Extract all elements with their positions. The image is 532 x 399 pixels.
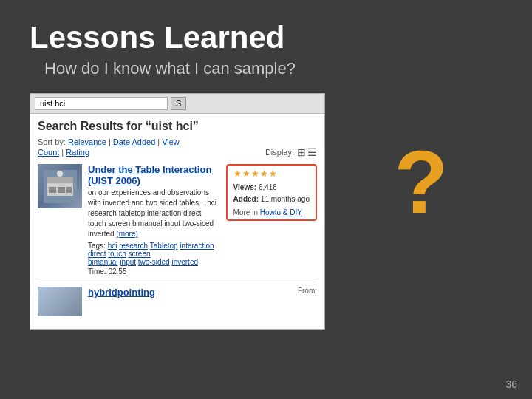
- sort-view[interactable]: View: [162, 137, 180, 146]
- result-title-1[interactable]: Under the Table Interaction (UIST 2006): [88, 164, 220, 186]
- display-label: Display:: [265, 148, 294, 157]
- title-section: Lessons Learned How do I know what I can…: [0, 0, 532, 86]
- question-mark: ?: [394, 137, 448, 226]
- result-stars-1: ★★★★★: [233, 168, 310, 179]
- tag-screen[interactable]: screen: [128, 250, 150, 258]
- right-content: ?: [340, 93, 502, 226]
- browser-search-input[interactable]: [35, 97, 168, 110]
- tag-inverted[interactable]: inverted: [171, 258, 198, 266]
- tag-bimanual[interactable]: bimanual: [88, 258, 118, 266]
- sort-rating[interactable]: Rating: [66, 148, 89, 157]
- result-right-col-1: ★★★★★ Views: 6,418 Added: 11 months ago …: [226, 164, 317, 276]
- tag-research[interactable]: research: [119, 242, 148, 250]
- slide-number: 36: [505, 378, 517, 390]
- subtitle: How do I know what I can sample?: [44, 59, 502, 78]
- svg-point-6: [57, 171, 63, 177]
- browser-search-button[interactable]: S: [171, 97, 186, 110]
- main-title: Lessons Learned: [30, 21, 502, 55]
- svg-rect-3: [49, 187, 56, 193]
- results-heading: Search Results for “uist hci”: [38, 120, 317, 133]
- result-thumbnail-1: [38, 164, 82, 208]
- sort-count[interactable]: Count: [38, 148, 59, 157]
- sort-relevance[interactable]: Relevance: [68, 137, 106, 146]
- result-desc-1: on our experiences and observations with…: [88, 188, 220, 239]
- sort-label: Sort by:: [38, 137, 66, 146]
- sort-bar: Sort by: Relevance | Date Added | View C…: [38, 137, 317, 158]
- tag-tabletop[interactable]: Tabletop: [150, 242, 178, 250]
- screenshot: S Search Results for “uist hci” Sort by:…: [30, 93, 325, 330]
- display-area: Display: ⊞ ☰: [265, 146, 317, 158]
- result-stats-1: ★★★★★ Views: 6,418 Added: 11 months ago …: [226, 164, 317, 221]
- browser-bar: S: [30, 94, 324, 114]
- result-item-1: Under the Table Interaction (UIST 2006) …: [38, 164, 317, 276]
- result-thumbnail-2: [38, 287, 82, 316]
- display-grid-icon[interactable]: ⊞: [297, 146, 306, 158]
- svg-rect-2: [47, 177, 73, 183]
- thumb-image-1: [38, 164, 82, 208]
- added-stat: Added: 11 months ago: [233, 194, 310, 205]
- display-list-icon[interactable]: ☰: [307, 146, 317, 158]
- content-area: S Search Results for “uist hci” Sort by:…: [0, 86, 532, 337]
- result-tags-1: Tags: hci research Tabletop interaction …: [88, 242, 220, 266]
- result-time-1: Time: 02:55: [88, 267, 220, 276]
- sort-date-added[interactable]: Date Added: [113, 137, 156, 146]
- result-content-1: Under the Table Interaction (UIST 2006) …: [88, 164, 220, 276]
- tag-interaction[interactable]: interaction: [180, 242, 214, 250]
- result-from-2: From:: [298, 287, 317, 316]
- tag-hci[interactable]: hci: [108, 242, 117, 250]
- result-title-2[interactable]: hybridpointing: [88, 287, 292, 298]
- tag-input[interactable]: input: [120, 258, 136, 266]
- more-in-link-1[interactable]: Howto & DIY: [260, 208, 302, 216]
- more-in-1: More in Howto & DIY: [233, 208, 310, 216]
- result-content-2: hybridpointing: [88, 287, 292, 316]
- svg-rect-5: [66, 187, 72, 193]
- tag-direct[interactable]: direct: [88, 250, 106, 258]
- svg-rect-4: [58, 187, 65, 193]
- result-item-2: hybridpointing From:: [38, 282, 317, 316]
- slide: Lessons Learned How do I know what I can…: [0, 0, 532, 399]
- result-more-link[interactable]: (more): [116, 230, 137, 238]
- tag-two-sided[interactable]: two-sided: [138, 258, 170, 266]
- thumb-svg: [40, 166, 81, 207]
- tag-touch[interactable]: touch: [108, 250, 126, 258]
- search-results-area: Search Results for “uist hci” Sort by: R…: [30, 114, 324, 328]
- views-stat: Views: 6,418: [233, 182, 310, 194]
